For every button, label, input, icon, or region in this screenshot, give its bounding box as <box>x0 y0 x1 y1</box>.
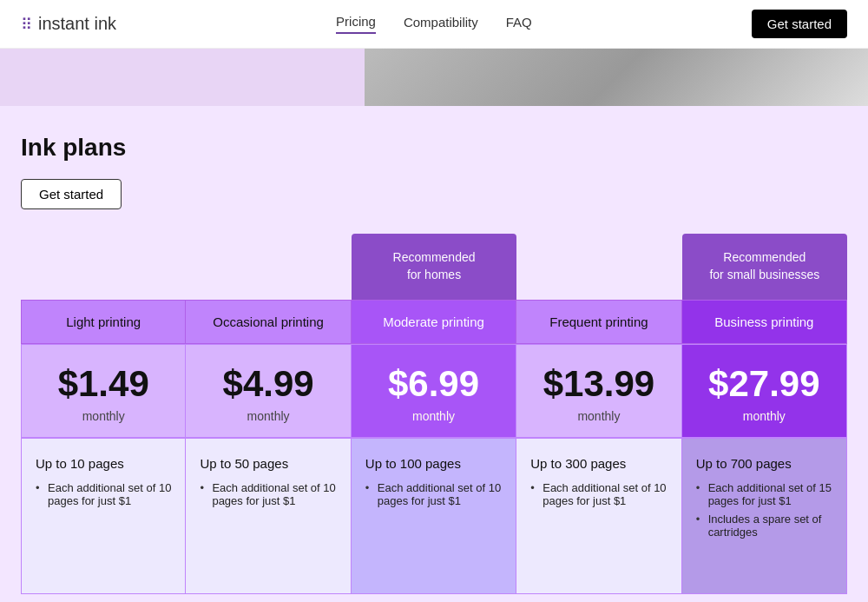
plan-price-light: $1.49monthly <box>21 344 186 438</box>
list-item: Each additional set of 10 pages for just… <box>36 481 171 507</box>
pages-label-moderate: Up to 100 pages <box>365 456 502 471</box>
list-item: Includes a spare set of cartridges <box>696 513 832 539</box>
section-title: Ink plans <box>21 134 847 162</box>
list-item: Each additional set of 15 pages for just… <box>696 481 832 507</box>
plan-name-occasional: Occasional printing <box>186 300 351 344</box>
price-amount-moderate: $6.99 <box>358 366 509 402</box>
nav-get-started-button[interactable]: Get started <box>752 10 847 38</box>
plan-features-light: Up to 10 pagesEach additional set of 10 … <box>21 438 186 594</box>
plan-col-light: Light printing$1.49monthlyUp to 10 pages… <box>21 234 186 594</box>
price-period-moderate: monthly <box>358 409 509 423</box>
plan-name-frequent: Frequent printing <box>516 300 681 344</box>
features-list-light: Each additional set of 10 pages for just… <box>36 481 171 507</box>
price-amount-frequent: $13.99 <box>523 366 674 402</box>
price-amount-light: $1.49 <box>29 366 178 402</box>
pages-label-light: Up to 10 pages <box>36 456 171 471</box>
price-period-frequent: monthly <box>523 409 674 423</box>
plan-name-business: Business printing <box>682 300 847 344</box>
features-list-moderate: Each additional set of 10 pages for just… <box>365 481 502 507</box>
plan-price-frequent: $13.99monthly <box>516 344 681 438</box>
list-item: Each additional set of 10 pages for just… <box>200 481 336 507</box>
hero-image <box>365 49 868 106</box>
plan-col-frequent: Frequent printing$13.99monthlyUp to 300 … <box>516 234 681 594</box>
main-content: Ink plans Get started Light printing$1.4… <box>0 106 868 602</box>
get-started-button[interactable]: Get started <box>21 179 122 209</box>
price-amount-occasional: $4.99 <box>193 366 343 402</box>
plan-price-moderate: $6.99monthly <box>352 344 516 438</box>
rec-banner-moderate: Recommended for homes <box>352 234 516 300</box>
plan-features-frequent: Up to 300 pagesEach additional set of 10… <box>516 438 681 594</box>
nav-compatibility[interactable]: Compatibility <box>404 15 478 33</box>
features-list-frequent: Each additional set of 10 pages for just… <box>530 481 667 507</box>
list-item: Each additional set of 10 pages for just… <box>530 481 667 507</box>
nav-faq[interactable]: FAQ <box>506 15 532 33</box>
list-item: Each additional set of 10 pages for just… <box>365 481 502 507</box>
rec-banner-business: Recommended for small businesses <box>682 234 847 300</box>
rec-banner-frequent <box>516 234 681 300</box>
price-period-occasional: monthly <box>193 409 343 423</box>
pages-label-frequent: Up to 300 pages <box>530 456 667 471</box>
logo[interactable]: ⠿ instant ink <box>21 14 116 34</box>
features-list-business: Each additional set of 15 pages for just… <box>696 481 832 539</box>
pricing-table: Light printing$1.49monthlyUp to 10 pages… <box>21 234 847 594</box>
plan-price-occasional: $4.99monthly <box>186 344 351 438</box>
plan-name-moderate: Moderate printing <box>352 300 516 344</box>
pages-label-business: Up to 700 pages <box>696 456 832 471</box>
rec-banner-occasional <box>186 234 351 300</box>
navbar: ⠿ instant ink Pricing Compatibility FAQ … <box>0 0 868 49</box>
plan-name-light: Light printing <box>21 300 186 344</box>
plan-col-business: Recommended for small businessesBusiness… <box>682 234 847 594</box>
plan-price-business: $27.99monthly <box>682 344 847 438</box>
plan-features-moderate: Up to 100 pagesEach additional set of 10… <box>352 438 516 594</box>
logo-text: instant ink <box>38 14 116 34</box>
logo-dots-icon: ⠿ <box>21 15 31 34</box>
hero-strip <box>0 49 868 106</box>
nav-pricing[interactable]: Pricing <box>336 14 376 34</box>
price-period-light: monthly <box>29 409 178 423</box>
rec-banner-light <box>21 234 186 300</box>
plan-features-occasional: Up to 50 pagesEach additional set of 10 … <box>186 438 351 594</box>
features-list-occasional: Each additional set of 10 pages for just… <box>200 481 336 507</box>
price-period-business: monthly <box>689 409 839 423</box>
plan-col-moderate: Recommended for homesModerate printing$6… <box>352 234 516 594</box>
plan-features-business: Up to 700 pagesEach additional set of 15… <box>682 438 847 594</box>
nav-links: Pricing Compatibility FAQ <box>336 14 532 34</box>
pages-label-occasional: Up to 50 pages <box>200 456 336 471</box>
plan-col-occasional: Occasional printing$4.99monthlyUp to 50 … <box>186 234 351 594</box>
price-amount-business: $27.99 <box>689 366 839 402</box>
